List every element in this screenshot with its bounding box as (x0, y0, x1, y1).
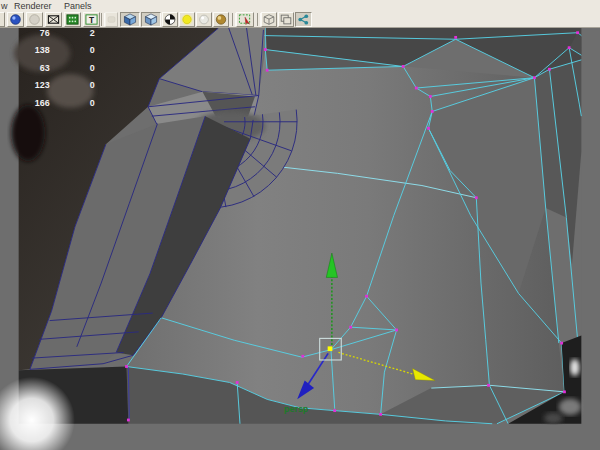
checker-ball-icon[interactable] (162, 12, 178, 27)
pale-circle-icon[interactable] (26, 12, 43, 27)
shaded-cube-icon[interactable] (120, 12, 140, 27)
hud-text-icon[interactable]: T (83, 12, 100, 27)
hud-edges-total: 138 (35, 45, 50, 55)
green-grid-icon[interactable] (64, 12, 81, 27)
perspective-viewport[interactable]: 76 2 138 0 63 0 123 0 166 0 persp (0, 28, 600, 450)
panel-menubar: w Renderer Panels (0, 0, 600, 12)
menu-item-panels[interactable]: Panels (64, 1, 92, 11)
overlap-squares-icon[interactable] (278, 12, 294, 27)
hud-verts-selected: 2 (90, 28, 95, 38)
hud-faces-selected: 0 (90, 63, 95, 73)
panel-header: w Renderer Panels T (0, 0, 600, 28)
hud-tris-selected: 0 (90, 80, 95, 90)
scene-canvas[interactable]: 76 2 138 0 63 0 123 0 166 0 persp (0, 28, 600, 450)
white-light-icon[interactable] (196, 12, 212, 27)
cube-outline-icon[interactable] (261, 12, 277, 27)
menu-item-truncated[interactable]: w (1, 1, 8, 11)
hud-edges-selected: 0 (90, 45, 95, 55)
gold-sphere-icon[interactable] (213, 12, 229, 27)
maya-3d-viewport-window: w Renderer Panels T (0, 0, 600, 450)
film-gate-icon[interactable] (45, 12, 62, 27)
blue-sphere-icon[interactable] (7, 12, 24, 27)
share-teal-icon[interactable] (295, 12, 312, 27)
hud-faces-total: 63 (40, 63, 50, 73)
svg-text:T: T (89, 15, 94, 25)
hud-verts-total: 76 (40, 28, 50, 38)
isolate-select-icon[interactable] (236, 12, 254, 27)
panel-toolbar: T (0, 12, 600, 28)
hud-tris-total: 123 (35, 80, 50, 90)
ghost-icon[interactable] (105, 12, 118, 27)
hud-uvs-total: 166 (35, 98, 50, 108)
textured-cube-icon[interactable] (141, 12, 161, 27)
yellow-light-icon[interactable] (179, 12, 195, 27)
hud-uvs-selected: 0 (90, 98, 95, 108)
camera-name-label: persp (284, 404, 309, 414)
partial-button[interactable] (0, 12, 5, 27)
menu-item-renderer[interactable]: Renderer (14, 1, 52, 11)
selected-vertex[interactable] (328, 346, 333, 351)
